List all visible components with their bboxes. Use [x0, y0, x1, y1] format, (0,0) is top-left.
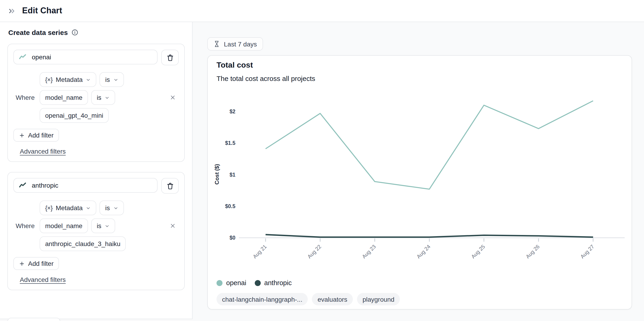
chart-title: Total cost: [216, 61, 253, 70]
braces-x-icon: {×}: [45, 204, 52, 212]
chevron-down-icon: [113, 205, 118, 210]
page-header: Edit Chart: [0, 0, 644, 22]
filter-field-dropdown[interactable]: {×} Metadata: [40, 200, 96, 215]
hourglass-icon: [213, 40, 220, 47]
filter-block: {×} Metadata is Where model_name is: [13, 72, 179, 123]
advanced-filters-link[interactable]: Advanced filters: [20, 276, 66, 283]
chevron-down-icon: [104, 223, 110, 228]
plus-icon: [19, 261, 25, 267]
chart-subtitle: The total cost across all projects: [216, 74, 315, 82]
filter-operator-dropdown[interactable]: is: [100, 200, 124, 215]
svg-text:Aug 25: Aug 25: [470, 244, 486, 260]
total-cost-chart-card: Total cost The total cost across all pro…: [207, 55, 632, 310]
svg-text:$0: $0: [230, 235, 236, 241]
svg-text:Aug 26: Aug 26: [525, 244, 541, 260]
where-label: Where: [13, 94, 36, 101]
create-data-series-panel: Create data series: [0, 22, 192, 319]
svg-text:$2: $2: [230, 109, 236, 115]
metadata-op-dropdown[interactable]: is: [91, 90, 115, 105]
chevron-down-icon: [86, 205, 91, 210]
svg-text:Aug 21: Aug 21: [252, 244, 268, 260]
plus-icon: [19, 132, 25, 138]
collapse-panel-button[interactable]: [7, 6, 17, 16]
trash-icon: [166, 54, 174, 61]
metadata-key-chip[interactable]: model_name: [40, 218, 88, 233]
series-name-input[interactable]: [31, 181, 152, 189]
page-title: Edit Chart: [22, 6, 62, 16]
series-name-input[interactable]: [31, 53, 152, 61]
chart-legend: openaianthropic: [216, 279, 292, 287]
series-card-anthropic: {×} Metadata is Where model_name is: [7, 172, 185, 290]
remove-filter-button[interactable]: [168, 221, 178, 231]
chevron-down-icon: [86, 77, 91, 82]
project-tag: chat-langchain-langgraph-...: [216, 293, 308, 305]
add-data-series-button[interactable]: Data series: [7, 318, 60, 321]
legend-dot: [254, 280, 260, 286]
chevron-down-icon: [113, 77, 118, 82]
metadata-value-chip[interactable]: anthropic_claude_3_haiku: [40, 236, 126, 251]
legend-label: anthropic: [264, 279, 292, 287]
svg-text:Aug 24: Aug 24: [416, 244, 432, 260]
delete-series-button[interactable]: [161, 178, 179, 194]
remove-filter-button[interactable]: [168, 92, 178, 103]
add-filter-button[interactable]: Add filter: [13, 129, 59, 142]
double-chevron-right-icon: [8, 7, 16, 15]
advanced-filters-link[interactable]: Advanced filters: [20, 148, 66, 155]
filter-operator-dropdown[interactable]: is: [100, 72, 124, 87]
project-tag: playground: [357, 293, 400, 305]
delete-series-button[interactable]: [161, 50, 179, 65]
svg-text:$1: $1: [230, 172, 236, 178]
filter-field-dropdown[interactable]: {×} Metadata: [40, 72, 96, 87]
trend-line-icon: [18, 181, 27, 189]
series-card-openai: {×} Metadata is Where model_name is: [7, 44, 185, 162]
metadata-op-dropdown[interactable]: is: [91, 218, 115, 233]
add-filter-button[interactable]: Add filter: [13, 257, 59, 270]
svg-text:Aug 22: Aug 22: [306, 244, 322, 260]
series-name-field[interactable]: [13, 50, 158, 64]
metadata-value-chip[interactable]: openai_gpt_4o_mini: [40, 108, 109, 123]
edit-chart-page: Edit Chart Create data series: [0, 0, 644, 321]
svg-text:$0.5: $0.5: [225, 203, 236, 209]
panel-heading: Create data series: [8, 28, 68, 36]
svg-text:$1.5: $1.5: [225, 140, 236, 146]
chevron-down-icon: [104, 95, 110, 100]
svg-text:Aug 27: Aug 27: [579, 244, 596, 260]
project-tag-row: chat-langchain-langgraph-...evaluatorspl…: [216, 293, 400, 305]
legend-dot: [216, 280, 222, 286]
info-icon[interactable]: [72, 29, 78, 36]
svg-text:Cost ($): Cost ($): [214, 164, 220, 184]
metadata-key-chip[interactable]: model_name: [40, 90, 88, 105]
project-tag: evaluators: [312, 293, 353, 305]
legend-label: openai: [226, 279, 246, 287]
close-icon: [170, 223, 176, 229]
cost-line-chart: Aug 21Aug 22Aug 23Aug 24Aug 25Aug 26Aug …: [208, 97, 632, 277]
legend-item-openai[interactable]: openai: [216, 279, 246, 287]
trend-line-icon: [18, 53, 27, 61]
trash-icon: [166, 182, 174, 190]
close-icon: [170, 94, 176, 101]
svg-text:Aug 23: Aug 23: [361, 244, 377, 260]
series-name-field[interactable]: [13, 178, 158, 193]
braces-x-icon: {×}: [45, 76, 52, 83]
filter-block: {×} Metadata is Where model_name is: [13, 200, 179, 251]
where-label: Where: [13, 222, 36, 229]
legend-item-anthropic[interactable]: anthropic: [254, 279, 292, 287]
time-range-button[interactable]: Last 7 days: [207, 37, 263, 51]
